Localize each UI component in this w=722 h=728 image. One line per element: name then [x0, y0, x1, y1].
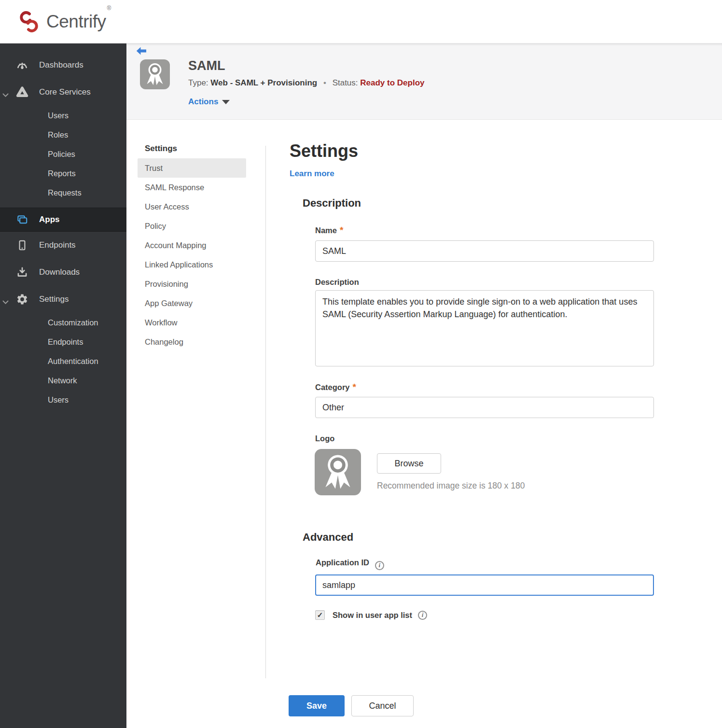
sidebar-item-network[interactable]: Network	[0, 371, 126, 390]
status-value: Ready to Deploy	[360, 78, 424, 87]
sidebar-item-label: Dashboards	[39, 60, 83, 70]
centrify-swirl-icon	[17, 10, 41, 33]
sidebar-item-downloads[interactable]: Downloads	[0, 259, 126, 286]
sidebar-item-label: Policies	[48, 150, 75, 159]
sidebar-item-label: Apps	[39, 215, 60, 224]
subnav-item-provisioning[interactable]: Provisioning	[138, 274, 246, 294]
application-id-label: Application IDi	[316, 558, 384, 570]
gear-icon	[16, 293, 28, 306]
sidebar-item-settings[interactable]: Settings	[0, 286, 126, 313]
description-heading: Description	[303, 197, 361, 210]
show-in-app-list-row: ✓ Show in user app list i	[315, 610, 427, 620]
subnav-item-workflow[interactable]: Workflow	[138, 313, 246, 332]
sidebar-item-requests[interactable]: Requests	[0, 183, 126, 202]
sidebar-item-customization[interactable]: Customization	[0, 313, 126, 332]
logo-size-hint: Recommended image size is 180 x 180	[377, 481, 525, 491]
gauge-icon	[16, 59, 28, 71]
download-icon	[16, 266, 28, 279]
sidebar-item-label: Reports	[48, 169, 76, 178]
sidebar-item-settings-users[interactable]: Users	[0, 390, 126, 409]
description-textarea[interactable]: This template enables you to provide sin…	[315, 290, 654, 366]
actions-menu-button[interactable]: Actions	[188, 97, 230, 107]
logo-label: Logo	[315, 434, 334, 443]
sidebar-item-label: Network	[48, 376, 77, 385]
save-button[interactable]: Save	[289, 695, 345, 716]
info-icon[interactable]: i	[418, 611, 427, 620]
description-label: Description	[315, 278, 359, 287]
name-label: Name*	[315, 225, 343, 236]
required-asterisk: *	[353, 382, 356, 392]
sidebar-item-label: Requests	[48, 188, 82, 197]
registered-mark: ®	[107, 5, 111, 12]
sidebar-item-policies[interactable]: Policies	[0, 144, 126, 164]
advanced-heading: Advanced	[303, 531, 353, 544]
subnav-item-policy[interactable]: Policy	[138, 216, 246, 236]
app-header: SAML Type: Web - SAML + Provisioning • S…	[126, 43, 722, 120]
brand-name: Centrify	[46, 12, 106, 31]
application-id-input[interactable]	[315, 574, 654, 596]
sidebar-item-label: Authentication	[48, 357, 98, 366]
logo-preview-ribbon	[315, 449, 361, 495]
device-icon	[16, 239, 28, 252]
required-asterisk: *	[340, 225, 343, 235]
sidebar-item-core-services[interactable]: Core Services	[0, 79, 126, 106]
chevron-down-icon	[2, 90, 9, 100]
type-label: Type:	[188, 78, 208, 87]
sidebar-item-endpoints[interactable]: Endpoints	[0, 232, 126, 259]
sidebar-item-users[interactable]: Users	[0, 106, 126, 125]
sidebar-item-roles[interactable]: Roles	[0, 125, 126, 144]
sidebar-item-label: Endpoints	[48, 337, 83, 347]
sidebar-item-reports[interactable]: Reports	[0, 164, 126, 183]
sidebar-item-label: Users	[48, 395, 69, 405]
sidebar-item-label: Core Services	[39, 87, 91, 97]
app-logo-ribbon	[140, 59, 170, 89]
sidebar-item-label: Roles	[48, 130, 68, 140]
chevron-down-icon	[2, 297, 9, 307]
sidebar-item-settings-endpoints[interactable]: Endpoints	[0, 332, 126, 351]
top-bar: Centrify®	[0, 0, 722, 43]
type-value: Web - SAML + Provisioning	[210, 78, 317, 87]
section-title: Settings	[290, 141, 358, 161]
content-area: Settings Trust SAML Response User Access…	[126, 120, 722, 728]
name-input[interactable]	[315, 240, 654, 262]
subnav-item-app-gateway[interactable]: App Gateway	[138, 294, 246, 313]
sidebar-item-apps[interactable]: Apps	[0, 208, 126, 232]
sidebar-item-label: Settings	[39, 294, 69, 304]
subnav: Trust SAML Response User Access Policy A…	[138, 158, 246, 351]
bullet-separator: •	[323, 78, 326, 87]
caret-down-icon	[222, 100, 230, 104]
cancel-button[interactable]: Cancel	[351, 695, 414, 716]
category-label: Category*	[315, 382, 356, 392]
subnav-item-trust[interactable]: Trust	[138, 158, 246, 178]
sidebar-item-label: Users	[48, 111, 69, 120]
sidebar-item-dashboards[interactable]: Dashboards	[0, 52, 126, 79]
sidebar-item-label: Endpoints	[39, 240, 76, 250]
page-title: SAML	[188, 58, 225, 73]
subnav-item-user-access[interactable]: User Access	[138, 197, 246, 216]
app-meta-line: Type: Web - SAML + Provisioning • Status…	[188, 78, 424, 88]
category-input[interactable]	[315, 397, 654, 418]
actions-label: Actions	[188, 97, 218, 107]
core-services-icon	[16, 86, 28, 98]
subnav-item-saml-response[interactable]: SAML Response	[138, 178, 246, 197]
subnav-item-linked-applications[interactable]: Linked Applications	[138, 255, 246, 274]
info-icon[interactable]: i	[375, 561, 384, 570]
status-label: Status:	[333, 78, 358, 87]
back-arrow-icon[interactable]	[136, 47, 147, 56]
apps-icon	[16, 213, 28, 226]
browse-button[interactable]: Browse	[377, 453, 441, 474]
subnav-item-changelog[interactable]: Changelog	[138, 332, 246, 351]
sidebar-item-label: Customization	[48, 318, 98, 327]
subnav-item-account-mapping[interactable]: Account Mapping	[138, 236, 246, 255]
brand-logo: Centrify®	[17, 10, 110, 33]
vertical-divider	[265, 146, 266, 678]
show-in-app-list-checkbox[interactable]: ✓	[315, 610, 325, 620]
sidebar-item-label: Downloads	[39, 267, 80, 277]
sidebar-item-authentication[interactable]: Authentication	[0, 351, 126, 371]
subnav-header: Settings	[145, 144, 177, 154]
sidebar: Dashboards Core Services Users Roles Pol…	[0, 43, 126, 728]
learn-more-link[interactable]: Learn more	[290, 169, 334, 179]
show-in-app-list-label: Show in user app list	[333, 611, 412, 620]
settings-form: Settings Learn more Description Name* De…	[290, 120, 676, 728]
